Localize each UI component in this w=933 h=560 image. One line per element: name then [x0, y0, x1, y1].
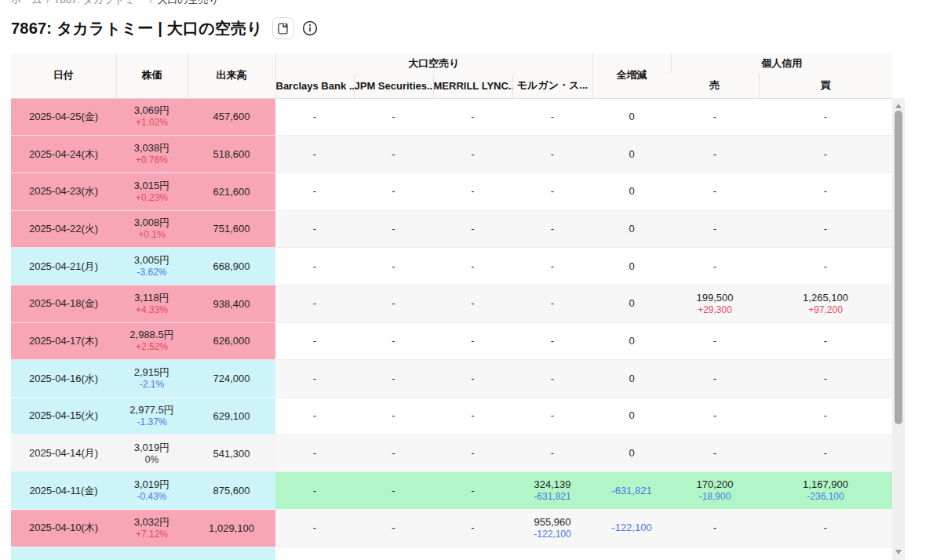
scroll-up-arrow-icon[interactable] [895, 104, 902, 108]
table-row: 2025-04-16(水)2,915円-2.1%724,000----0-- [11, 360, 892, 398]
title-row: 7867: タカラトミー | 大口の空売り [11, 17, 318, 39]
cell-merrill [433, 547, 512, 560]
page-title: 7867: タカラトミー | 大口の空売り [11, 18, 263, 39]
table-row: 2025-04-23(水)3,015円+0.23%621,600----0-- [11, 173, 892, 210]
price-cell: 2,830.5円 [116, 547, 188, 560]
cell-morgan: 324,139-631,821 [512, 472, 592, 510]
cell-total-change: 0 [592, 398, 671, 435]
cell-merrill: - [433, 210, 512, 248]
price-cell: 2,988.5円+2.52% [116, 322, 188, 360]
cell-buy: - [759, 210, 892, 248]
cell-morgan: - [512, 398, 592, 435]
date-cell: 2025-04-18(金) [11, 285, 116, 322]
price-change: +0.76% [116, 155, 188, 166]
table-row: 2025-04-17(木)2,988.5円+2.52%626,000----0-… [11, 322, 892, 360]
volume-cell: 1,029,100 [188, 510, 275, 547]
cell-jpm: - [354, 322, 433, 360]
volume-cell: 621,600 [188, 173, 275, 210]
date-cell: 2025-04-15(火) [11, 398, 116, 435]
cell-jpm: - [354, 98, 433, 136]
col-header-volume: 出来高 [188, 53, 275, 98]
cell-merrill: - [433, 322, 512, 360]
cell-sell: - [671, 322, 759, 360]
cell-barclays: - [275, 510, 354, 547]
cell-total-change: 0 [592, 322, 671, 360]
cell-sell: 199,500+29,300 [671, 285, 759, 322]
breadcrumb-home[interactable]: ホーム [11, 0, 42, 5]
cell-buy: - [759, 435, 892, 472]
volume-cell: 629,100 [188, 398, 275, 435]
col-header-broker-barclays: Barclays Bank ... [275, 74, 354, 98]
price-cell: 2,915円-2.1% [116, 360, 188, 398]
col-header-sell: 売 [671, 74, 759, 98]
cell-barclays [275, 547, 354, 560]
scroll-thumb[interactable] [895, 111, 902, 424]
cell-sell: - [671, 398, 759, 435]
volume-cell [188, 547, 275, 560]
scroll-down-arrow-icon[interactable] [895, 550, 902, 555]
cell-sell: - [671, 360, 759, 398]
price-change: -0.43% [116, 491, 188, 503]
cell-jpm: - [354, 398, 433, 435]
cell-total-change: 0 [592, 98, 671, 136]
date-cell: 2025-04-11(金) [11, 472, 116, 510]
cell-sell: - [671, 248, 759, 285]
cell-jpm: - [354, 248, 433, 285]
cell-merrill: - [433, 136, 512, 173]
cell-buy: - [759, 136, 892, 173]
cell-jpm: - [354, 173, 433, 210]
date-cell [11, 547, 116, 560]
cell-barclays: - [275, 435, 354, 472]
cell-jpm: - [354, 472, 433, 510]
table-row: 2025-04-18(金)3,118円+4.33%938,400----0199… [11, 285, 892, 322]
volume-cell: 938,400 [188, 285, 275, 322]
col-group-personal-margin: 個人信用 [671, 53, 892, 74]
cell-merrill: - [433, 360, 512, 398]
date-cell: 2025-04-23(水) [11, 173, 116, 210]
price-change: +0.1% [116, 229, 188, 241]
price-cell: 3,019円-0.43% [116, 472, 188, 510]
cell-total-change: -122,100 [592, 510, 671, 547]
col-header-broker-jpm: JPM Securities... [354, 74, 433, 98]
col-header-buy: 買 [759, 74, 892, 98]
cell-morgan: 955,960-122,100 [512, 510, 592, 547]
breadcrumb-stock[interactable]: 7867: タカラトミー [54, 0, 145, 5]
cell-buy: - [759, 173, 892, 210]
cell-jpm: - [354, 510, 433, 547]
info-icon[interactable] [302, 20, 318, 36]
cell-total-change: 0 [592, 173, 671, 210]
price-change: -1.37% [116, 416, 188, 428]
cell-morgan: - [512, 360, 592, 398]
cell-merrill: - [433, 435, 512, 472]
cell-jpm: - [354, 285, 433, 322]
cell-total-change [592, 547, 671, 560]
date-cell: 2025-04-17(木) [11, 322, 116, 360]
date-cell: 2025-04-16(水) [11, 360, 116, 398]
price-change: +7.12% [116, 529, 188, 540]
cell-morgan: - [512, 285, 592, 322]
bookmark-button[interactable] [272, 17, 294, 39]
cell-jpm: - [354, 435, 433, 472]
cell-sell: - [671, 136, 759, 173]
cell-merrill: - [433, 510, 512, 547]
price-cell: 3,118円+4.33% [116, 285, 188, 322]
date-cell: 2025-04-25(金) [11, 98, 116, 136]
cell-jpm: - [354, 210, 433, 248]
col-header-date: 日付 [11, 53, 116, 98]
vertical-scrollbar[interactable] [892, 98, 905, 560]
price-cell: 3,019円0% [116, 435, 188, 472]
col-header-price: 株価 [116, 53, 188, 98]
table-row: 2025-04-25(金)3,069円+1.02%457,600----0-- [11, 98, 892, 136]
cell-barclays: - [275, 210, 354, 248]
col-group-large-short-selling: 大口空売り [275, 53, 592, 74]
cell-barclays: - [275, 173, 354, 210]
cell-buy: - [759, 98, 892, 136]
cell-morgan [512, 547, 592, 560]
cell-barclays: - [275, 98, 354, 136]
cell-sell: - [671, 210, 759, 248]
table-row: 2025-04-10(木)3,032円+7.12%1,029,100---955… [11, 510, 892, 547]
cell-buy: - [759, 360, 892, 398]
table-body: 2025-04-25(金)3,069円+1.02%457,600----0--2… [11, 98, 892, 560]
price-change: +4.33% [116, 304, 188, 316]
price-cell: 3,008円+0.1% [116, 210, 188, 248]
